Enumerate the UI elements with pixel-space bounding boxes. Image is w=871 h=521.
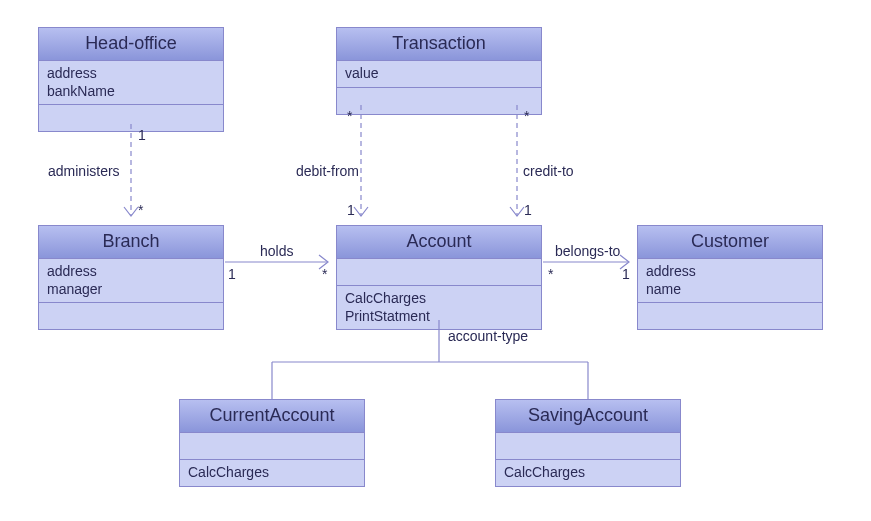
mult-label: * — [138, 202, 143, 218]
class-attributes: address bankName — [39, 61, 223, 105]
mult-label: * — [548, 266, 553, 282]
op: CalcCharges — [504, 464, 672, 482]
attr: manager — [47, 281, 215, 299]
rel-label: credit-to — [523, 163, 574, 179]
class-operations — [638, 303, 822, 329]
class-saving-account: SavingAccount CalcCharges — [495, 399, 681, 487]
class-attributes: address manager — [39, 259, 223, 303]
class-operations — [39, 105, 223, 131]
class-attributes: value — [337, 61, 541, 88]
op: PrintStatment — [345, 308, 533, 326]
class-branch: Branch address manager — [38, 225, 224, 330]
class-operations — [337, 88, 541, 114]
class-attributes: address name — [638, 259, 822, 303]
mult-label: * — [322, 266, 327, 282]
class-attributes — [180, 433, 364, 460]
mult-label: 1 — [138, 127, 146, 143]
class-attributes — [337, 259, 541, 286]
mult-label: 1 — [524, 202, 532, 218]
class-operations — [39, 303, 223, 329]
class-account: Account CalcCharges PrintStatment — [336, 225, 542, 330]
attr: address — [646, 263, 814, 281]
class-operations: CalcCharges PrintStatment — [337, 286, 541, 329]
attr: value — [345, 65, 533, 83]
attr: address — [47, 65, 215, 83]
mult-label: 1 — [228, 266, 236, 282]
rel-label: debit-from — [296, 163, 359, 179]
op: CalcCharges — [345, 290, 533, 308]
attr: address — [47, 263, 215, 281]
class-title: Head-office — [39, 28, 223, 61]
op: CalcCharges — [188, 464, 356, 482]
mult-label: * — [524, 108, 529, 124]
class-title: CurrentAccount — [180, 400, 364, 433]
mult-label: * — [347, 108, 352, 124]
class-operations: CalcCharges — [180, 460, 364, 486]
class-title: Customer — [638, 226, 822, 259]
class-customer: Customer address name — [637, 225, 823, 330]
attr: name — [646, 281, 814, 299]
class-transaction: Transaction value — [336, 27, 542, 115]
rel-label: administers — [48, 163, 120, 179]
class-title: Transaction — [337, 28, 541, 61]
class-title: Account — [337, 226, 541, 259]
class-attributes — [496, 433, 680, 460]
rel-label: account-type — [448, 328, 528, 344]
class-current-account: CurrentAccount CalcCharges — [179, 399, 365, 487]
class-title: Branch — [39, 226, 223, 259]
mult-label: 1 — [347, 202, 355, 218]
class-title: SavingAccount — [496, 400, 680, 433]
attr: bankName — [47, 83, 215, 101]
mult-label: 1 — [622, 266, 630, 282]
rel-label: belongs-to — [555, 243, 620, 259]
class-head-office: Head-office address bankName — [38, 27, 224, 132]
class-operations: CalcCharges — [496, 460, 680, 486]
rel-label: holds — [260, 243, 293, 259]
